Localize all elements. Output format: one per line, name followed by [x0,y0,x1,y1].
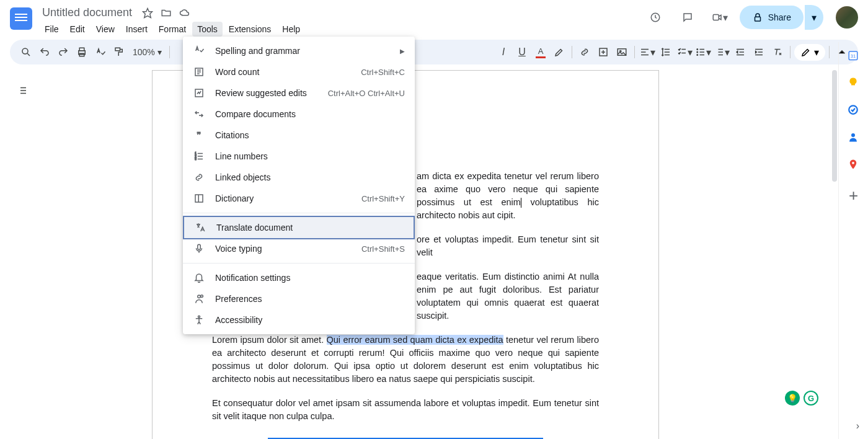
vertical-scrollbar[interactable] [831,70,838,182]
wordcount-icon [193,66,205,78]
tools-spelling[interactable]: Spelling and grammar ▶ [183,40,415,61]
cloud-status-icon[interactable] [179,7,190,19]
menu-label: Accessibility [215,315,405,325]
header-right: ▾ Share ▾ [643,5,858,30]
menu-label: Compare documents [215,109,405,119]
outline-toggle-icon[interactable] [11,79,33,102]
selected-text[interactable]: Qui error earum sed quam dicta ex expedi… [327,335,503,345]
meet-icon[interactable]: ▾ [707,5,732,30]
tools-notifications[interactable]: Notification settings [183,267,415,288]
mic-icon [193,242,205,255]
linenumbers-icon: 123 [193,150,205,162]
svg-rect-6 [79,48,84,51]
share-label: Share [768,12,791,22]
indent-increase-icon[interactable] [750,43,768,61]
lock-icon [752,12,763,23]
menu-extensions[interactable]: Extensions [224,22,276,37]
doc-text[interactable]: Lorem ipsum dolor sit amet. [212,335,327,345]
line-spacing-icon[interactable] [657,43,675,61]
numbered-list-icon[interactable]: ▾ [713,43,730,61]
italic-icon[interactable]: I [495,43,512,61]
menu-file[interactable]: File [40,22,64,37]
checklist-icon[interactable]: ▾ [676,43,693,61]
review-icon [193,87,205,99]
star-icon[interactable] [142,7,153,19]
tools-line-numbers[interactable]: 123 Line numbers [183,146,415,167]
tools-dictionary[interactable]: Dictionary Ctrl+Shift+Y [183,188,415,209]
get-addons-icon[interactable]: + [849,186,858,205]
bulleted-list-icon[interactable]: ▾ [694,43,712,61]
tools-citations[interactable]: ❞ Citations [183,125,415,146]
menu-format[interactable]: Format [154,22,191,37]
share-dropdown-caret[interactable]: ▾ [805,5,823,30]
menu-label: Line numbers [215,151,405,161]
tools-dropdown: Spelling and grammar ▶ Word count Ctrl+S… [183,37,415,334]
menu-tools[interactable]: Tools [192,22,223,37]
doc-text[interactable]: Et consequatur dolor vel amet ipsam sit … [212,397,599,423]
spellcheck-icon[interactable] [92,43,109,61]
tools-linked-objects[interactable]: Linked objects [183,167,415,188]
svg-point-27 [201,295,203,298]
grammarly-badges: 💡 G [785,391,818,406]
menu-shortcut: Ctrl+Shift+S [361,244,405,254]
grammarly-icon[interactable]: G [804,391,818,406]
svg-marker-0 [143,8,153,17]
tools-voice-typing[interactable]: Voice typing Ctrl+Shift+S [183,238,415,259]
scrollbar-thumb[interactable] [832,70,837,182]
menu-view[interactable]: View [91,22,120,37]
user-avatar[interactable] [836,6,858,29]
tasks-app-icon[interactable] [848,104,860,117]
text-color-icon[interactable]: A [532,43,549,61]
submenu-chevron-icon: ▶ [400,48,405,55]
search-icon[interactable] [17,43,35,61]
menu-insert[interactable]: Insert [121,22,153,37]
compare-icon [193,108,205,120]
move-icon[interactable] [161,7,172,19]
maps-app-icon[interactable] [848,159,860,171]
svg-text:3: 3 [195,157,197,161]
contacts-app-icon[interactable] [848,131,860,144]
highlight-icon[interactable] [551,43,568,61]
svg-rect-2 [713,15,719,20]
menu-label: Review suggested edits [215,88,318,98]
menu-shortcut: Ctrl+Shift+C [361,68,405,77]
keep-app-icon[interactable] [848,77,860,89]
svg-point-19 [852,162,854,164]
editing-mode-button[interactable]: ▾ [794,44,825,61]
insert-link-icon[interactable] [576,43,593,61]
tools-review-edits[interactable]: Review suggested edits Ctrl+Alt+O Ctrl+A… [183,82,415,104]
tools-compare[interactable]: Compare documents [183,104,415,125]
tools-translate[interactable]: Translate document [183,216,415,239]
hide-side-panel-icon[interactable]: › [856,420,859,432]
undo-icon[interactable] [36,43,53,61]
align-icon[interactable]: ▾ [639,43,656,61]
menu-edit[interactable]: Edit [65,22,90,37]
comment-icon[interactable] [675,5,700,30]
docs-logo-icon[interactable] [10,7,32,30]
menu-label: Translate document [216,223,404,233]
left-gutter [11,79,33,102]
menu-help[interactable]: Help [277,22,305,37]
redo-icon[interactable] [55,43,72,61]
menu-label: Linked objects [215,172,405,182]
tools-preferences[interactable]: Preferences [183,288,415,309]
tools-accessibility[interactable]: Accessibility [183,309,415,330]
insert-image-icon[interactable] [613,43,631,61]
side-panel: 31 + › [838,42,868,439]
tools-word-count[interactable]: Word count Ctrl+Shift+C [183,61,415,82]
document-title[interactable]: Untitled document [40,5,135,20]
add-comment-icon[interactable] [595,43,612,61]
svg-text:31: 31 [850,53,855,59]
history-icon[interactable] [643,5,668,30]
calendar-app-icon[interactable]: 31 [848,50,860,62]
underline-icon[interactable]: U [513,43,531,61]
share-button[interactable]: Share [740,6,804,29]
paint-format-icon[interactable] [110,43,128,61]
indent-decrease-icon[interactable] [732,43,749,61]
header-mid: Untitled document File Edit View Insert … [40,5,643,37]
svg-rect-8 [115,48,120,51]
zoom-select[interactable]: 100% ▾ [129,47,166,57]
print-icon[interactable] [73,43,91,61]
clear-format-icon[interactable] [769,43,786,61]
grammarly-suggest-icon[interactable]: 💡 [785,391,800,406]
